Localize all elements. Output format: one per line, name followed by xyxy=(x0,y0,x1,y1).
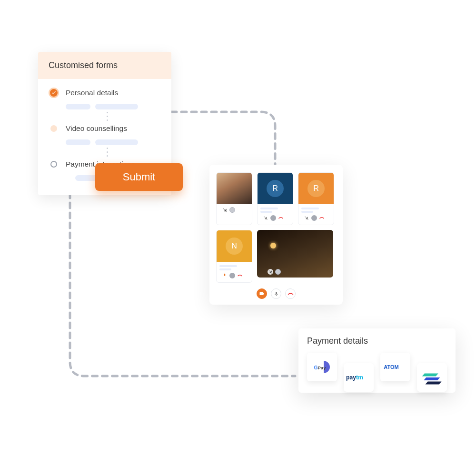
camera-toggle-button[interactable] xyxy=(257,288,267,299)
participant-tile[interactable]: R xyxy=(298,172,334,225)
placeholder-row xyxy=(66,139,161,145)
hangup-icon[interactable] xyxy=(237,273,243,278)
video-call-panel: R R xyxy=(209,165,343,305)
status-dot-icon xyxy=(229,273,235,278)
mic-muted-icon xyxy=(304,215,309,221)
svg-text:Pay: Pay xyxy=(317,365,326,370)
light-icon xyxy=(270,243,276,248)
svg-text:G: G xyxy=(314,365,317,370)
call-controls xyxy=(216,288,336,299)
status-dot-icon xyxy=(229,207,235,213)
status-dot-icon xyxy=(270,215,276,221)
paytm-logo[interactable]: paytm xyxy=(344,363,374,392)
mic-muted-icon xyxy=(222,207,228,213)
avatar: R xyxy=(307,180,325,197)
atom-logo[interactable]: ATOM xyxy=(380,353,410,381)
participant-tile[interactable] xyxy=(216,172,252,225)
end-call-button[interactable] xyxy=(285,288,296,299)
step-current-icon xyxy=(50,125,57,132)
step-label: Personal details xyxy=(66,88,118,97)
participant-tile[interactable]: N xyxy=(216,230,252,283)
step-label: Video counsellings xyxy=(66,123,127,133)
svg-text:paytm: paytm xyxy=(346,374,363,381)
participant-tile-large[interactable] xyxy=(257,230,333,278)
mic-muted-icon xyxy=(263,215,268,221)
step-personal-details: Personal details xyxy=(49,88,161,98)
easebuzz-logo[interactable] xyxy=(417,363,447,392)
payment-details-card: Payment details G Pay paytm xyxy=(298,328,456,393)
hangup-icon[interactable] xyxy=(319,215,325,221)
status-dot-icon xyxy=(275,269,281,275)
forms-card-title: Customised forms xyxy=(38,52,171,79)
gpay-logo[interactable]: G Pay xyxy=(307,353,337,381)
step-video-counsellings: Video counsellings xyxy=(49,123,161,134)
hangup-icon[interactable] xyxy=(278,215,284,221)
mic-toggle-button[interactable] xyxy=(271,288,281,299)
step-pending-icon xyxy=(50,161,57,168)
submit-button[interactable]: Submit xyxy=(95,163,183,191)
payment-card-title: Payment details xyxy=(307,336,447,346)
avatar: R xyxy=(267,180,284,197)
status-dot-icon xyxy=(311,215,317,221)
step-done-icon xyxy=(49,88,59,98)
mic-muted-icon xyxy=(268,269,273,275)
participant-tile[interactable]: R xyxy=(257,172,293,225)
avatar: N xyxy=(226,238,243,255)
placeholder-row xyxy=(66,104,161,109)
mic-active-icon xyxy=(222,273,228,278)
svg-text:ATOM: ATOM xyxy=(384,364,398,370)
